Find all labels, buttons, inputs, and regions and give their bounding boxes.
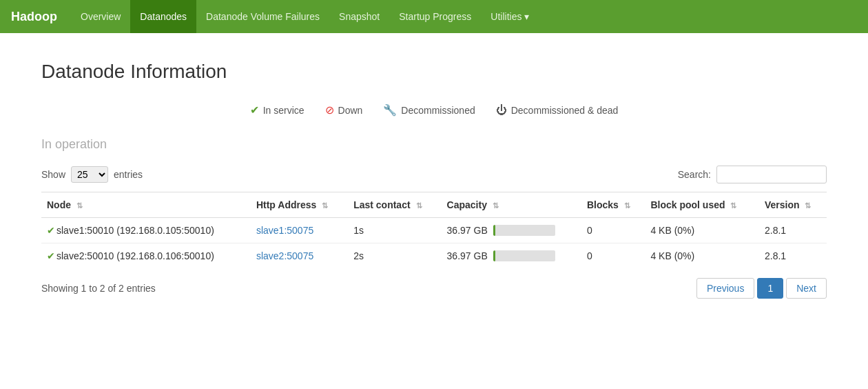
status-legend: ✔ In service ⊘ Down 🔧 Decommissioned ⏻ D…	[41, 103, 827, 117]
cell-http-address: slave2:50075	[251, 243, 348, 269]
showing-text: Showing 1 to 2 of 2 entries	[41, 283, 156, 294]
in-service-icon: ✔	[250, 103, 259, 117]
table-footer: Showing 1 to 2 of 2 entries Previous 1 N…	[41, 278, 827, 299]
legend-decommissioned: 🔧 Decommissioned	[383, 103, 475, 117]
node-status-icon: ✔	[47, 225, 55, 236]
sort-pool-icon: ⇅	[730, 201, 736, 210]
sort-capacity-icon: ⇅	[493, 201, 499, 210]
cell-version: 2.8.1	[759, 218, 827, 243]
next-button[interactable]: Next	[786, 278, 827, 299]
brand-logo: Hadoop	[11, 10, 57, 24]
top-nav: Hadoop Overview Datanodes Datanode Volum…	[0, 0, 868, 33]
legend-decommissioned-label: Decommissioned	[401, 105, 475, 116]
col-version[interactable]: Version ⇅	[759, 192, 827, 218]
capacity-value: 36.97 GB	[447, 225, 488, 236]
capacity-bar-fill	[493, 250, 496, 261]
legend-down-label: Down	[338, 105, 363, 116]
capacity-value: 36.97 GB	[447, 250, 488, 261]
col-http-address[interactable]: Http Address ⇅	[251, 192, 348, 218]
nav-overview[interactable]: Overview	[71, 0, 130, 33]
legend-decommissioned-dead: ⏻ Decommissioned & dead	[496, 104, 619, 117]
page-title: Datanode Information	[41, 61, 827, 83]
sort-blocks-icon: ⇅	[624, 201, 630, 210]
sort-version-icon: ⇅	[805, 201, 811, 210]
legend-in-service: ✔ In service	[250, 103, 304, 117]
search-box: Search:	[678, 166, 827, 183]
datanode-table: Node ⇅ Http Address ⇅ Last contact ⇅ Cap…	[41, 192, 827, 268]
col-blocks[interactable]: Blocks ⇅	[581, 192, 645, 218]
entries-select[interactable]: 10 25 50 100	[71, 166, 108, 183]
cell-capacity: 36.97 GB	[442, 243, 581, 269]
node-status-icon: ✔	[47, 250, 55, 261]
nav-datanode-volume-failures[interactable]: Datanode Volume Failures	[196, 0, 329, 33]
cell-capacity: 36.97 GB	[442, 218, 581, 243]
col-block-pool-used[interactable]: Block pool used ⇅	[645, 192, 759, 218]
node-label: slave2:50010 (192.168.0.106:50010)	[56, 250, 214, 261]
legend-decommissioned-dead-label: Decommissioned & dead	[511, 105, 619, 116]
http-address-link[interactable]: slave2:50075	[256, 250, 313, 261]
cell-block-pool-used: 4 KB (0%)	[645, 218, 759, 243]
capacity-bar-fill	[493, 225, 496, 236]
table-controls: Show 10 25 50 100 entries Search:	[41, 166, 827, 183]
sort-contact-icon: ⇅	[416, 201, 422, 210]
col-last-contact[interactable]: Last contact ⇅	[348, 192, 441, 218]
decommissioned-icon: 🔧	[383, 103, 397, 117]
cell-node: ✔slave2:50010 (192.168.0.106:50010)	[41, 243, 251, 269]
capacity-bar-wrap	[493, 225, 555, 236]
sort-http-icon: ⇅	[322, 201, 328, 210]
legend-in-service-label: In service	[263, 105, 304, 116]
node-label: slave1:50010 (192.168.0.105:50010)	[56, 225, 214, 236]
cell-blocks: 0	[581, 243, 645, 269]
previous-button[interactable]: Previous	[696, 278, 754, 299]
cell-last-contact: 2s	[348, 243, 441, 269]
http-address-link[interactable]: slave1:50075	[256, 225, 313, 236]
show-label: Show	[41, 169, 65, 180]
cell-node: ✔slave1:50010 (192.168.0.105:50010)	[41, 218, 251, 243]
cell-http-address: slave1:50075	[251, 218, 348, 243]
entries-label: entries	[114, 169, 143, 180]
cell-version: 2.8.1	[759, 243, 827, 269]
section-title: In operation	[41, 137, 827, 152]
main-content: Datanode Information ✔ In service ⊘ Down…	[0, 33, 868, 326]
legend-down: ⊘ Down	[325, 103, 363, 117]
pagination: Previous 1 Next	[696, 278, 827, 299]
cell-block-pool-used: 4 KB (0%)	[645, 243, 759, 269]
down-icon: ⊘	[325, 103, 334, 117]
decommissioned-dead-icon: ⏻	[496, 104, 507, 117]
cell-blocks: 0	[581, 218, 645, 243]
cell-last-contact: 1s	[348, 218, 441, 243]
nav-startup-progress[interactable]: Startup Progress	[389, 0, 481, 33]
capacity-bar-wrap	[493, 250, 555, 261]
nav-snapshot[interactable]: Snapshot	[329, 0, 389, 33]
table-row: ✔slave2:50010 (192.168.0.106:50010)slave…	[41, 243, 827, 269]
nav-utilities[interactable]: Utilities ▾	[481, 0, 539, 33]
page-1-button[interactable]: 1	[757, 278, 783, 299]
sort-node-icon: ⇅	[76, 201, 83, 210]
table-header-row: Node ⇅ Http Address ⇅ Last contact ⇅ Cap…	[41, 192, 827, 218]
search-label: Search:	[678, 169, 711, 180]
table-row: ✔slave1:50010 (192.168.0.105:50010)slave…	[41, 218, 827, 243]
col-node[interactable]: Node ⇅	[41, 192, 251, 218]
search-input[interactable]	[716, 166, 827, 183]
col-capacity[interactable]: Capacity ⇅	[442, 192, 581, 218]
nav-datanodes[interactable]: Datanodes	[130, 0, 196, 33]
show-entries: Show 10 25 50 100 entries	[41, 166, 143, 183]
